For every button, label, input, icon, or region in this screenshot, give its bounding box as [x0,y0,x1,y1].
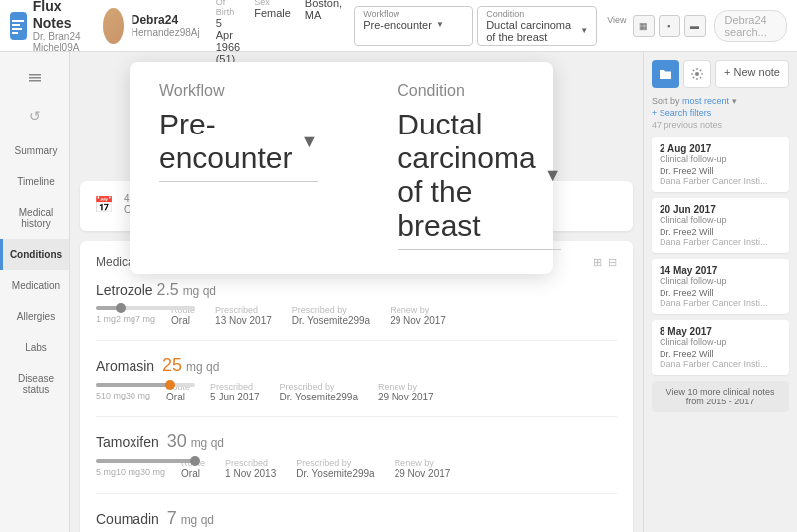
svg-rect-6 [29,80,41,82]
app-name-group: Flux Notes Dr. Bran24 Michel09A [33,0,91,53]
patient-details: Date of birth 5 Apr 1966 (51) Admin. sex… [216,0,342,65]
view-btn-2[interactable]: ▪ [659,15,680,37]
dropdown-row: Workflow Pre-encounter ▼ Condition Ducta… [159,82,523,250]
calendar-icon: 📅 [94,195,114,214]
sidebar-item-summary[interactable]: Summary [0,135,69,166]
note-date-1: 20 Jun 2017 [660,204,781,215]
condition-selector[interactable]: Condition Ductal carcinoma of the breast [477,6,597,46]
note-date-2: 14 May 2017 [660,265,781,276]
note-org-2: Dana Farber Cancer Insti... [660,298,781,308]
new-note-btn[interactable]: + New note [715,60,789,88]
letrozole-slider-labels: 1 mg 2 mg 7 mg [96,314,155,324]
workflow-condition-selectors: Workflow Pre-encounter Condition Ductal … [354,6,597,46]
dropdown-condition-label: Condition [398,82,561,100]
condition-selector-label: Condition [486,9,588,19]
right-panel-actions: + New note [652,60,789,88]
workflow-condition-dropdown: Workflow Pre-encounter ▼ Condition Ducta… [130,62,553,274]
note-card-1[interactable]: 20 Jun 2017 Clinical follow-up Dr. Free2… [652,198,789,253]
dropdown-workflow-value[interactable]: Pre-encounter ▼ [159,108,318,182]
dropdown-condition-col: Condition Ductal carcinoma of the breast… [398,82,561,250]
med-grid-icon[interactable]: ⊟ [608,256,617,269]
svg-rect-3 [12,32,18,34]
dob-label: Date of birth [216,0,240,17]
condition-selector-value: Ductal carcinoma of the breast [486,19,588,43]
right-panel: + New note Sort by most recent ▾ + Searc… [643,52,797,532]
notes-count: 47 previous notes [652,120,789,130]
note-type-0: Clinical follow-up [660,154,781,164]
note-org-1: Dana Farber Cancer Insti... [660,237,781,247]
sidebar-top-icon[interactable] [15,60,55,96]
tamoxifen-slider[interactable] [96,459,195,463]
med-name-aromasin: Aromasin 25 mg qd [96,355,617,376]
dropdown-workflow-col: Workflow Pre-encounter ▼ [159,82,318,182]
med-entry-letrozole: Letrozole 2.5 mg qd [96,281,617,341]
patient-avatar [103,8,124,44]
note-type-3: Clinical follow-up [660,337,781,347]
search-input[interactable]: Debra24 search... [714,10,787,42]
aromasin-details: RouteOral Prescribed5 Jun 2017 Prescribe… [166,382,434,402]
workflow-selector-value: Pre-encounter [363,19,464,31]
med-entry-tamoxifen: Tamoxifen 30 mg qd [96,431,617,494]
med-expand-icon[interactable]: ⊞ [593,256,602,269]
notes-folder-btn[interactable] [652,60,679,88]
svg-rect-1 [12,24,20,26]
med-name-tamoxifen: Tamoxifen 30 mg qd [96,431,617,452]
tamoxifen-details: RouteOral Prescribed1 Nov 2013 Prescribe… [181,458,450,479]
note-author-1: Dr. Free2 Will [660,227,781,237]
app-title: Flux Notes [33,0,91,31]
view-btn-3[interactable]: ▬ [684,15,706,37]
content-area: Workflow Pre-encounter ▼ Condition Ducta… [70,52,643,532]
note-card-2[interactable]: 14 May 2017 Clinical follow-up Dr. Free2… [652,259,789,314]
sidebar-item-allergies[interactable]: Allergies [0,301,69,332]
svg-rect-4 [29,77,41,79]
patient-location-group: Location Boston, MA [305,0,342,65]
patient-info: Debra24 Hernandez98Aj [132,13,200,38]
view-btn-1[interactable]: ▦ [633,15,655,37]
aromasin-slider[interactable] [96,383,195,387]
svg-rect-5 [29,74,41,76]
sidebar-item-timeline[interactable]: Timeline [0,166,69,197]
sidebar-item-conditions[interactable]: Conditions [0,239,69,270]
svg-point-7 [695,72,699,76]
letrozole-slider[interactable] [96,306,195,310]
view-more-btn[interactable]: View 10 more clinical notes from 2015 - … [652,381,789,412]
note-org-3: Dana Farber Cancer Insti... [660,359,781,369]
note-org-0: Dana Farber Cancer Insti... [660,176,781,186]
note-date-3: 8 May 2017 [660,326,781,337]
workflow-dropdown-arrow: ▼ [300,132,318,152]
sidebar-item-medical-history[interactable]: Medical history [0,197,69,239]
dropdown-condition-value[interactable]: Ductal carcinoma of the breast ▼ [398,108,561,250]
sort-value[interactable]: most recent [682,96,729,106]
medication-section: Medication Ductal carcinoma of the breas… [80,241,633,532]
filter-row[interactable]: + Search filters [652,108,789,118]
tamoxifen-slider-labels: 5 mg 10 mg 30 mg [96,467,165,477]
note-type-2: Clinical follow-up [660,276,781,286]
patient-dob-group: Date of birth 5 Apr 1966 (51) [216,0,240,65]
note-card-3[interactable]: 8 May 2017 Clinical follow-up Dr. Free2 … [652,320,789,375]
sidebar-item-labs[interactable]: Labs [0,332,69,363]
svg-rect-2 [12,28,22,30]
notes-gear-btn[interactable] [683,60,711,88]
med-name-coumadin: Coumadin 7 mg qd [96,508,617,529]
patient-id: Hernandez98Aj [132,27,200,38]
note-card-0[interactable]: 2 Aug 2017 Clinical follow-up Dr. Free2 … [652,137,789,192]
location-value: Boston, MA [305,0,342,21]
letrozole-slider-row [96,306,155,310]
aromasin-slider-row [96,383,150,387]
svg-rect-0 [12,20,24,22]
sidebar-item-disease-status[interactable]: Disease status [0,363,69,404]
condition-dropdown-arrow: ▼ [544,165,562,186]
med-name-letrozole: Letrozole 2.5 mg qd [96,281,617,299]
aromasin-slider-labels: 5 10 mg 30 mg [96,391,150,400]
med-entry-coumadin: Coumadin 7 mg qd [96,508,617,529]
note-author-0: Dr. Free2 Will [660,166,781,176]
main-layout: ↺ Summary Timeline Medical history Condi… [0,52,797,532]
left-sidebar: ↺ Summary Timeline Medical history Condi… [0,52,70,532]
letrozole-details: RouteOral Prescribed13 Nov 2017 Prescrib… [171,305,446,326]
patient-name: Debra24 [132,13,200,27]
sidebar-refresh-icon[interactable]: ↺ [15,98,55,133]
app-logo-icon [10,12,27,40]
sidebar-item-medication[interactable]: Medication [0,270,69,301]
workflow-selector[interactable]: Workflow Pre-encounter [354,6,473,46]
note-date-0: 2 Aug 2017 [660,143,781,154]
